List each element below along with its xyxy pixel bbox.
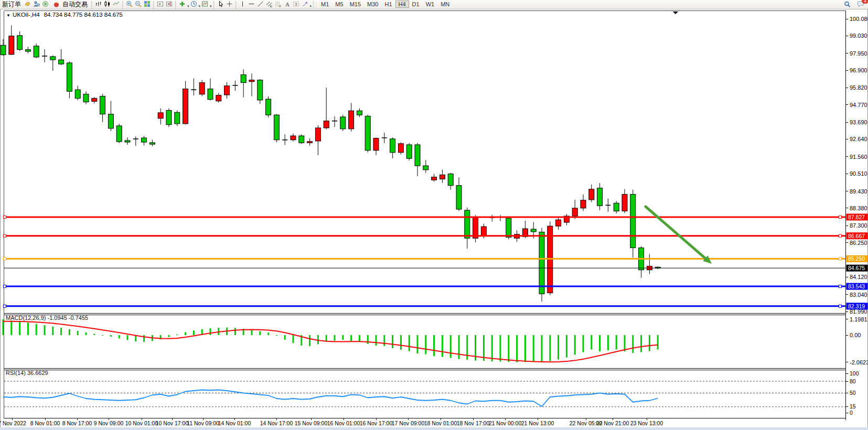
shapes-dropdown-icon[interactable]: ▾ xyxy=(310,4,312,8)
svg-text:E: E xyxy=(270,5,272,8)
hline-endpoint-marker xyxy=(4,305,6,307)
symbol-dropdown-icon[interactable]: ▼ xyxy=(6,13,10,18)
macd-bar xyxy=(649,335,650,351)
timeframe-h4-button[interactable]: H4 xyxy=(395,1,409,8)
time-axis: 7 Nov 20228 Nov 01:008 Nov 17:009 Nov 09… xyxy=(0,418,663,427)
profile-icon[interactable] xyxy=(32,0,41,8)
macd-bar xyxy=(10,320,12,335)
candle-body xyxy=(390,139,395,153)
tile-windows-icon[interactable] xyxy=(143,0,152,8)
window-bottom-edge xyxy=(0,427,868,430)
candle-body xyxy=(415,145,420,166)
templates-icon[interactable] xyxy=(200,0,209,8)
templates-dropdown-icon[interactable]: ▾ xyxy=(210,4,212,8)
candle-body xyxy=(224,86,230,95)
macd-bar xyxy=(251,330,253,335)
zoom-out-icon[interactable] xyxy=(134,0,143,8)
chart-symbol-period: UKOil-,H4 xyxy=(13,12,40,18)
timeframe-m5-button[interactable]: M5 xyxy=(332,1,346,8)
macd-bar xyxy=(193,330,195,335)
candle-body xyxy=(92,98,97,101)
svg-text:18 Nov 01:00: 18 Nov 01:00 xyxy=(424,420,457,426)
candle-body xyxy=(75,90,80,98)
text-label-icon[interactable]: T xyxy=(292,0,301,8)
favorites-icon[interactable] xyxy=(23,0,32,8)
new-order-button[interactable]: 新订单 xyxy=(0,1,23,9)
candles-chart-icon[interactable] xyxy=(103,0,112,8)
svg-text:10 Nov 17:00: 10 Nov 17:00 xyxy=(156,420,189,426)
shift-chart-icon[interactable] xyxy=(165,0,174,8)
svg-text:10 Nov 01:00: 10 Nov 01:00 xyxy=(125,420,158,426)
candle-body xyxy=(622,195,627,211)
shift-end-marker[interactable] xyxy=(673,12,678,14)
svg-text:50: 50 xyxy=(850,390,856,396)
macd-signal-line xyxy=(3,321,658,362)
macd-bar xyxy=(52,327,53,335)
candle-body xyxy=(158,113,163,119)
macd-bar xyxy=(409,335,410,351)
macd-bar xyxy=(599,335,601,351)
zoom-in-icon[interactable] xyxy=(125,0,134,8)
svg-text:83.040: 83.040 xyxy=(850,292,867,298)
macd-bar xyxy=(276,335,277,336)
macd-bar xyxy=(558,335,559,360)
timeframe-m1-button[interactable]: M1 xyxy=(318,1,332,8)
timeframe-mn-button[interactable]: MN xyxy=(437,1,453,8)
svg-text:14 Nov 17:00: 14 Nov 17:00 xyxy=(260,420,293,426)
signals-icon[interactable] xyxy=(41,0,50,8)
candle-body xyxy=(249,80,254,82)
macd-bar xyxy=(417,335,419,353)
timeframe-m15-button[interactable]: M15 xyxy=(347,1,364,8)
macd-bar xyxy=(583,335,584,352)
timeframe-d1-button[interactable]: D1 xyxy=(409,1,423,8)
search-icon[interactable] xyxy=(843,1,852,8)
macd-bar xyxy=(85,332,87,335)
timeframe-m30-button[interactable]: M30 xyxy=(364,1,381,8)
macd-bar xyxy=(102,335,103,336)
fibonacci-icon[interactable]: F xyxy=(274,0,283,8)
line-chart-icon[interactable] xyxy=(112,0,121,8)
macd-indicator-label: MACD(12,26,9) -1.0945 -0.7455 xyxy=(6,315,88,321)
candle-body xyxy=(125,141,130,142)
text-icon[interactable]: A xyxy=(283,0,292,8)
trendline-icon[interactable] xyxy=(256,0,265,8)
macd-bar xyxy=(234,328,236,335)
macd-bar xyxy=(466,335,468,360)
autotrading-button[interactable]: 自动交易 xyxy=(50,1,90,9)
macd-bar xyxy=(425,335,426,354)
candle-body xyxy=(597,188,603,206)
indicators-add-icon[interactable] xyxy=(178,0,187,8)
toolbar-grip xyxy=(91,2,92,9)
macd-bar xyxy=(450,335,452,358)
candle-body xyxy=(208,89,213,100)
chart-ohlc-values: 84.734 84.775 84.613 84.675 xyxy=(44,12,123,18)
candle-body xyxy=(373,138,379,150)
macd-bar xyxy=(143,335,145,342)
macd-bar xyxy=(591,335,592,350)
candle-body xyxy=(175,112,180,124)
hline-endpoint-marker xyxy=(4,285,6,288)
cursor-icon[interactable] xyxy=(216,0,225,8)
svg-text:21 Nov 00:00: 21 Nov 00:00 xyxy=(489,420,522,426)
candle-body xyxy=(581,200,586,208)
crosshair-icon[interactable] xyxy=(225,0,234,8)
chart-canvas[interactable]: 100.08099.03097.95096.90095.82094.77093.… xyxy=(0,0,868,430)
channel-icon[interactable]: E xyxy=(265,0,274,8)
mt4-window: 新订单 自动交易 ▾▾▾EFAT▾ M1M5M15M30H1H4D1W1MN 1… xyxy=(0,0,868,430)
bars-chart-icon[interactable] xyxy=(94,0,103,8)
macd-bar xyxy=(541,335,543,362)
timeframe-h1-button[interactable]: H1 xyxy=(381,1,395,8)
horizontal-line-icon[interactable] xyxy=(247,0,256,8)
rsi-line xyxy=(3,390,658,407)
periods-icon[interactable] xyxy=(189,0,198,8)
shapes-icon[interactable] xyxy=(301,0,309,8)
vertical-line-icon[interactable] xyxy=(238,0,247,8)
timeframe-w1-button[interactable]: W1 xyxy=(423,1,438,8)
candle-body xyxy=(199,83,205,94)
arrange-windows-icon[interactable] xyxy=(156,0,165,8)
candle-body xyxy=(398,144,403,153)
svg-text:91.560: 91.560 xyxy=(850,154,867,160)
candle-body xyxy=(340,117,346,129)
notifications-button[interactable]: 1 xyxy=(856,0,865,9)
svg-text:84.120: 84.120 xyxy=(850,274,867,280)
